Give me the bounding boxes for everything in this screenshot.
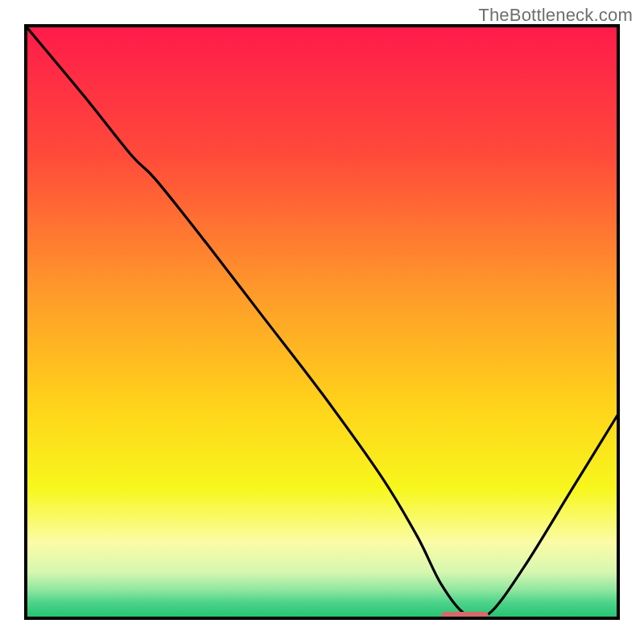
minimum-marker	[441, 612, 489, 620]
chart-plot-area	[24, 24, 620, 620]
watermark-text: TheBottleneck.com	[478, 5, 633, 26]
bottleneck-curve	[24, 24, 620, 620]
